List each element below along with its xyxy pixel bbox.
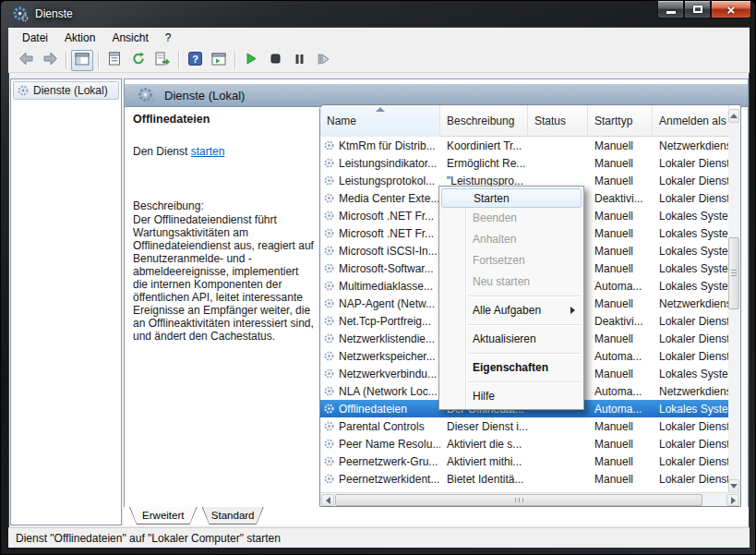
service-detail-title: Offlinedateien (133, 113, 313, 126)
minimize-button[interactable] (657, 1, 684, 18)
forward-icon (42, 52, 58, 68)
cell-anmelden: Lokales System (653, 365, 729, 382)
cell-anmelden: Lokaler Dienst (653, 172, 729, 189)
tab-label: Erweitert (130, 507, 197, 524)
maximize-button[interactable] (684, 1, 711, 18)
cell-status (528, 154, 588, 172)
context-menu-item-aktualisieren[interactable]: Aktualisieren (439, 329, 583, 350)
context-menu-item-eigenschaften[interactable]: Eigenschaften (439, 357, 583, 379)
forward-button[interactable] (39, 50, 61, 71)
table-row[interactable]: Parental ControlsDieser Dienst i...Manue… (320, 417, 729, 435)
table-row[interactable]: Leistungsindikator...Ermöglicht Re...Man… (320, 154, 729, 172)
column-header-anmelden[interactable]: Anmelden als (653, 105, 729, 137)
gear-icon (323, 403, 335, 415)
table-row[interactable]: Peernetzwerk-Gru...Aktiviert mithi...Man… (320, 452, 729, 470)
vertical-scroll-thumb[interactable] (728, 237, 739, 309)
menu-item-datei[interactable]: Datei (14, 30, 56, 46)
gear-icon (323, 280, 335, 292)
scroll-down-button[interactable] (728, 479, 739, 493)
properties-icon (108, 52, 121, 68)
help-button[interactable]: ? (184, 50, 206, 71)
scroll-left-button[interactable] (321, 494, 334, 506)
column-header-starttyp[interactable]: Starttyp (588, 105, 653, 137)
gear-icon (323, 262, 335, 274)
start-service-button[interactable] (240, 50, 262, 71)
cell-beschreibung: Ermöglicht Re... (440, 154, 528, 172)
show-action-pane-button[interactable] (208, 50, 230, 71)
gear-icon (323, 139, 335, 151)
cell-starttyp: Manuell (588, 330, 653, 347)
tree-item-dienste-lokal[interactable]: Dienste (Lokal) (13, 81, 119, 100)
start-service-link[interactable]: starten (191, 145, 225, 158)
title-bar[interactable]: Dienste × (1, 1, 756, 27)
gear-icon (323, 210, 335, 222)
context-menu-item-starten[interactable]: Starten (441, 188, 582, 208)
stop-service-button[interactable] (264, 50, 286, 71)
submenu-arrow-icon (570, 307, 575, 314)
gear-icon (323, 315, 335, 327)
show-console-tree-button[interactable] (71, 50, 93, 71)
services-app-icon (13, 6, 29, 22)
column-header-status[interactable]: Status (528, 105, 588, 137)
scroll-right-button[interactable] (726, 494, 739, 506)
tab-standard[interactable]: Standard (202, 507, 264, 525)
cell-starttyp: Deaktivi... (588, 312, 653, 330)
cell-anmelden: Lokales System (653, 242, 729, 259)
cell-name: NLA (Network Loc... (320, 382, 440, 400)
cell-name: KtmRm für Distrib... (320, 137, 440, 154)
refresh-icon (131, 52, 146, 68)
properties-button[interactable] (103, 50, 126, 71)
cell-starttyp: Manuell (588, 470, 653, 488)
context-menu-item-alle-aufgaben[interactable]: Alle Aufgaben (439, 300, 583, 321)
tab-erweitert[interactable]: Erweitert (129, 507, 198, 525)
refresh-button[interactable] (127, 50, 150, 71)
cell-name: Microsoft .NET Fr... (320, 207, 440, 224)
thumb-grip (731, 270, 737, 271)
horizontal-scrollbar[interactable] (320, 492, 740, 506)
cell-anmelden: Lokaler Dienst (653, 154, 729, 172)
table-row[interactable]: KtmRm für Distrib...Koordiniert Tr...Man… (320, 137, 729, 154)
column-header-beschreibung[interactable]: Beschreibung (440, 105, 528, 137)
thumb-grip (515, 498, 516, 502)
cell-status (528, 452, 588, 470)
back-button[interactable] (15, 50, 37, 71)
cell-anmelden: Lokaler Dienst (653, 470, 729, 488)
gear-icon (323, 157, 335, 169)
scroll-up-button[interactable] (728, 109, 739, 123)
cell-anmelden: Lokales System (653, 224, 729, 242)
cell-name: Net.Tcp-Portfreig... (320, 312, 440, 330)
sort-ascending-icon (376, 107, 385, 112)
cell-anmelden: Lokaler Dienst (653, 330, 729, 347)
horizontal-scroll-thumb[interactable] (335, 494, 702, 506)
restart-service-button[interactable] (312, 50, 334, 71)
view-tabs: ErweitertStandard (124, 507, 749, 525)
gear-icon (323, 385, 335, 397)
context-menu-item-hilfe[interactable]: Hilfe (439, 386, 583, 407)
table-row[interactable]: Peernetzwerkident...Bietet Identitä...Ma… (320, 470, 729, 488)
gear-icon (323, 350, 335, 362)
cell-starttyp: Manuell (588, 224, 653, 242)
thumb-grip (522, 498, 523, 502)
cell-anmelden: Lokaler Dienst (653, 312, 729, 330)
menu-item-ansicht[interactable]: Ansicht (103, 30, 156, 46)
status-text: Dienst "Offlinedateien" auf "Lokaler Com… (16, 532, 281, 545)
cell-anmelden: Lokaler Dienst (653, 452, 729, 470)
menu-item-aktion[interactable]: Aktion (56, 30, 103, 46)
window-frame: Dienste × DateiAktionAnsicht? ? Dienste … (0, 0, 756, 555)
gear-icon (323, 420, 335, 432)
close-button[interactable]: × (711, 1, 751, 18)
cell-anmelden: Netzwerkdienst (653, 295, 729, 312)
cell-anmelden: Lokales System (653, 207, 729, 224)
export-list-button[interactable] (151, 50, 174, 71)
cell-starttyp: Automa... (588, 382, 653, 400)
column-header-name[interactable]: Name (320, 105, 440, 137)
vertical-scrollbar[interactable] (728, 108, 739, 494)
menu-item-?[interactable]: ? (157, 30, 180, 46)
table-row[interactable]: Peer Name Resolu...Aktiviert die s...Man… (320, 435, 729, 452)
gear-icon (323, 245, 335, 257)
cell-anmelden: Lokales System (653, 400, 729, 417)
toolbar-separator (66, 52, 66, 69)
pause-service-button[interactable] (288, 50, 310, 71)
service-name: Microsoft-Softwar... (339, 262, 434, 275)
cell-starttyp: Manuell (588, 154, 653, 172)
